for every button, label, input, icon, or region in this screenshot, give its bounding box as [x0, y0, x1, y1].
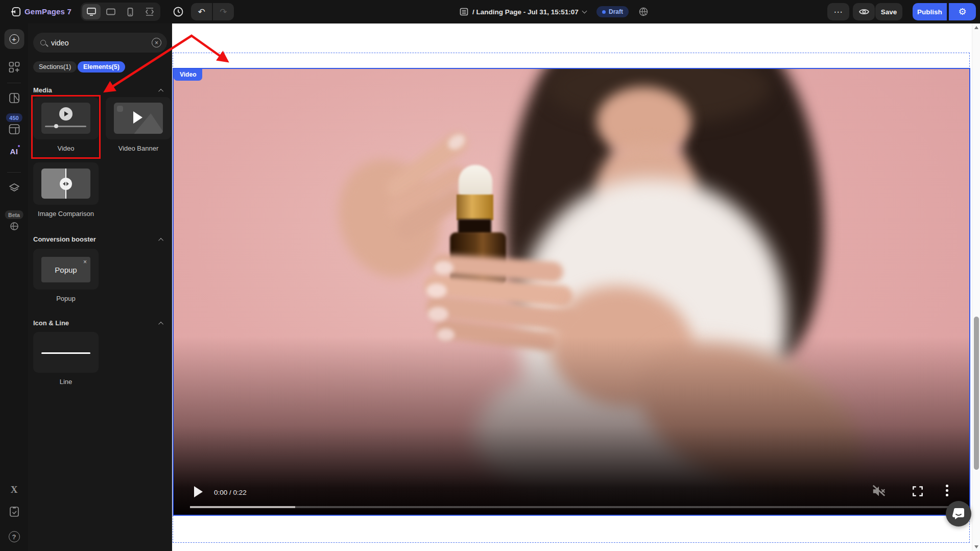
video-poster: [174, 69, 969, 515]
left-icon-rail: + 450 AI Beta X ?: [0, 23, 28, 551]
clipboard-check-icon: [9, 506, 20, 518]
clock-icon: [173, 6, 184, 17]
templates-button[interactable]: [8, 124, 20, 135]
mobile-view-button[interactable]: [121, 4, 139, 19]
fullwidth-view-button[interactable]: [140, 4, 159, 19]
seo-tool-button[interactable]: [9, 222, 20, 231]
add-elements-button[interactable]: +: [4, 29, 24, 49]
scroll-down-arrow[interactable]: [974, 545, 978, 548]
blocks-grid-icon: [8, 61, 20, 73]
element-card-popup[interactable]: Popup × Popup: [33, 249, 99, 302]
search-icon: [40, 40, 46, 45]
x-social-button[interactable]: X: [11, 484, 18, 495]
feedback-button[interactable]: [9, 506, 20, 518]
breadcrumb[interactable]: / Landing Page - Jul 31, 15:51:07: [460, 0, 586, 23]
status-dot: [602, 10, 606, 14]
mute-icon[interactable]: [871, 484, 887, 499]
desktop-icon: [86, 7, 97, 16]
tablet-icon: [106, 8, 116, 16]
eye-icon: [858, 8, 870, 16]
chat-bubble-icon: [952, 508, 965, 520]
scrollbar-thumb[interactable]: [974, 317, 979, 470]
status-badge: Draft: [596, 6, 629, 17]
line-thumbnail: [33, 332, 99, 373]
popup-thumbnail: Popup ×: [33, 249, 99, 290]
play-triangle-icon: [133, 111, 142, 124]
translate-globe-icon[interactable]: [638, 7, 649, 17]
app-logo: GemPages 7: [25, 7, 71, 16]
exit-editor-icon[interactable]: [10, 7, 21, 17]
fullscreen-icon[interactable]: [911, 485, 924, 498]
image-comparison-thumbnail: [33, 162, 99, 205]
canvas-scrollbar[interactable]: [972, 23, 980, 551]
gempages-editor: GemPages 7 ↶ ↷ / Landing Page: [0, 0, 980, 551]
element-card-label: Popup: [33, 295, 99, 302]
undo-redo-group: ↶ ↷: [191, 3, 234, 20]
device-switcher: [81, 3, 160, 21]
globe-search-icon: [9, 222, 20, 231]
scroll-up-arrow[interactable]: [974, 26, 978, 29]
plus-circle-icon: +: [9, 34, 19, 44]
chevron-up-icon[interactable]: [158, 238, 163, 243]
video-time: 0:00 / 0:22: [214, 489, 247, 496]
pages-button[interactable]: [8, 92, 20, 104]
divider: [7, 172, 21, 173]
sparkle-icon: [18, 145, 20, 147]
video-progress-track[interactable]: [190, 506, 968, 508]
video-element[interactable]: Video 0:00 / 0:22: [173, 68, 970, 516]
divider: [7, 83, 21, 83]
slider-handle-icon: [60, 178, 72, 190]
element-card-label: Line: [33, 378, 99, 386]
preview-button[interactable]: [853, 3, 875, 20]
chevron-down-icon: [582, 9, 587, 14]
layers-button[interactable]: [8, 183, 20, 194]
video-banner-screen: [114, 103, 163, 134]
history-button[interactable]: [171, 5, 186, 19]
element-card-label: Image Comparison: [33, 210, 99, 218]
undo-button[interactable]: ↶: [191, 3, 212, 20]
annotation-arrow: [87, 20, 250, 107]
gear-icon: ⚙: [958, 6, 966, 17]
bottom-gradient: [174, 69, 969, 515]
publish-settings-button[interactable]: ⚙: [948, 3, 976, 20]
element-card-label: Video Banner: [106, 145, 171, 152]
ai-assistant-button[interactable]: AI: [10, 147, 18, 156]
chat-launcher-button[interactable]: [946, 501, 971, 526]
video-play-button[interactable]: [194, 486, 203, 497]
line-icon: [41, 352, 90, 354]
element-card-line[interactable]: Line: [33, 332, 99, 386]
close-icon: ×: [83, 258, 87, 266]
tablet-view-button[interactable]: [102, 4, 120, 19]
beta-badge: Beta: [5, 210, 23, 219]
pages-icon: [8, 92, 20, 104]
layout-window-icon: [8, 124, 20, 135]
status-label: Draft: [609, 8, 623, 15]
expand-width-icon: [145, 8, 155, 16]
element-card-image-comparison[interactable]: Image Comparison: [33, 162, 99, 218]
sections-library-button[interactable]: [8, 61, 20, 73]
popup-screen: Popup ×: [41, 257, 90, 282]
group-header-conversion-booster: Conversion booster: [33, 235, 96, 243]
page-canvas[interactable]: Video 0:00 / 0:22: [172, 23, 972, 551]
comparison-screen: [41, 169, 90, 199]
redo-button[interactable]: ↷: [213, 3, 234, 20]
video-more-options-icon[interactable]: [946, 485, 948, 496]
layers-icon: [8, 183, 20, 194]
more-options-button[interactable]: ⋯: [827, 3, 849, 20]
page-icon: [460, 8, 468, 16]
save-button[interactable]: Save: [875, 3, 902, 20]
group-header-media: Media: [33, 86, 52, 94]
video-progress-fill: [190, 506, 295, 508]
credits-badge: 450: [6, 113, 22, 122]
chevron-up-icon[interactable]: [158, 322, 163, 327]
popup-thumb-text: Popup: [55, 266, 77, 274]
page-title: / Landing Page - Jul 31, 15:51:07: [472, 8, 579, 16]
publish-button[interactable]: Publish: [913, 3, 947, 20]
group-header-icon-line: Icon & Line: [33, 319, 69, 327]
help-button[interactable]: ?: [9, 531, 20, 542]
tab-sections[interactable]: Sections(1): [33, 61, 77, 73]
desktop-view-button[interactable]: [82, 4, 101, 19]
mobile-icon: [127, 7, 134, 17]
